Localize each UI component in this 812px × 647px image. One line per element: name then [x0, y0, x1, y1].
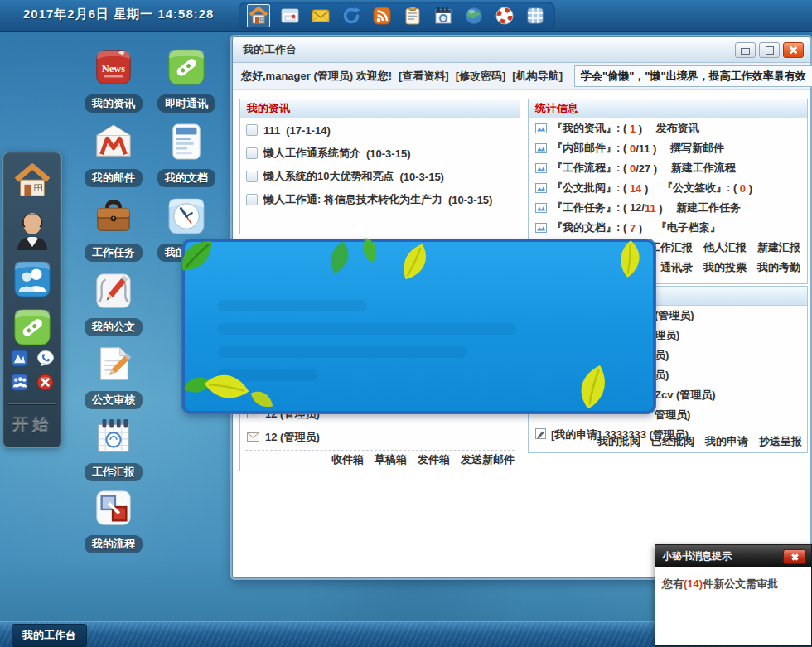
desktop-icon-im[interactable]: 即时通讯 — [152, 48, 221, 113]
stat-text: 『工作任务』: ( 12/ — [552, 200, 645, 215]
news-date: (10-3-15) — [448, 194, 492, 206]
popup-titlebar[interactable]: 小秘书消息提示 — [655, 545, 811, 567]
stat-row: 『公文批阅』: ( 14 ) 『公文签收』: ( 0 ) — [529, 178, 807, 198]
footer-link[interactable]: 收件箱 — [331, 452, 364, 467]
stat-link[interactable]: 新建工作流程 — [671, 161, 736, 176]
refresh-icon[interactable] — [341, 5, 362, 27]
envelope-icon[interactable] — [310, 5, 331, 27]
stat-text: 『工作流程』: ( — [552, 161, 630, 176]
footer-link[interactable]: 我的申请 — [705, 434, 748, 449]
approval-item-text: 员) — [655, 368, 669, 383]
stat-text: ) — [656, 202, 663, 215]
news-item[interactable]: 懒人工作通: 将信息技术转化为生产力 (10-3-15) — [240, 188, 520, 211]
popup-count: (14) — [684, 577, 703, 590]
browser-icon[interactable] — [11, 350, 28, 367]
maximize-button[interactable] — [759, 42, 780, 58]
approval-item-text: Zcv (管理员) — [655, 388, 716, 403]
news-item[interactable]: 懒人系统的10大优势和亮点 (10-3-15) — [240, 165, 520, 188]
news-date: (17-1-14) — [286, 124, 330, 137]
desktop-icon-review[interactable]: 公文审核 — [79, 345, 148, 409]
taskbar-item-workbench[interactable]: 我的工作台 — [12, 624, 87, 647]
help-icon[interactable] — [494, 5, 515, 27]
leaf-icon — [318, 235, 358, 277]
desktop-icon-report[interactable]: 工作汇报 — [79, 417, 148, 481]
notepad-icon[interactable] — [402, 5, 423, 27]
popup-close-button[interactable] — [783, 549, 806, 564]
stat-icon — [535, 163, 547, 173]
checkbox-icon[interactable] — [246, 194, 258, 205]
mail-item[interactable]: 12 (管理员) — [240, 426, 520, 449]
rss-icon[interactable] — [371, 5, 393, 27]
change-password-link[interactable]: [修改密码] — [456, 69, 506, 84]
checkbox-icon[interactable] — [246, 124, 258, 136]
minimize-button[interactable] — [735, 42, 756, 58]
stat-link[interactable]: 新建工作任务 — [676, 200, 741, 215]
stat-link[interactable]: 撰写新邮件 — [670, 141, 724, 156]
mail-window-icon[interactable] — [279, 5, 301, 27]
document-icon — [169, 123, 204, 164]
contacts-icon[interactable] — [3, 260, 61, 298]
news-item[interactable]: 111 (17-1-14) — [240, 118, 520, 142]
stat-row: 『工作任务』: ( 12/11 ) 新建工作任务 — [529, 198, 807, 218]
community-icon[interactable] — [11, 374, 28, 391]
view-profile-link[interactable]: [查看资料] — [399, 69, 449, 84]
stat-text: ) — [746, 182, 752, 195]
footer-link[interactable]: 已经批阅 — [651, 434, 694, 449]
window-titlebar[interactable]: 我的工作台 — [233, 37, 810, 63]
stat-link[interactable]: 通讯录 — [660, 260, 693, 275]
stat-text — [642, 121, 656, 136]
news-panel: 我的资讯 111 (17-1-14)懒人工作通系统简介 (10-3-15)懒人系… — [239, 99, 520, 234]
mail-footer-links: 收件箱草稿箱发件箱发送新邮件 — [245, 450, 515, 469]
checkbox-icon[interactable] — [246, 171, 258, 182]
grid-icon[interactable] — [524, 5, 546, 27]
desktop-icon-news[interactable]: News 我的资讯 — [79, 48, 148, 113]
close-button[interactable] — [783, 42, 804, 58]
news-date: (10-3-15) — [366, 147, 410, 160]
close-icon[interactable] — [36, 374, 54, 391]
home-icon[interactable] — [247, 4, 270, 27]
news-item[interactable]: 懒人工作通系统简介 (10-3-15) — [240, 142, 520, 165]
stat-count: 7 — [630, 222, 636, 234]
stat-link[interactable]: 我的投票 — [703, 260, 747, 275]
welcome-bar: 您好,manager (管理员) 欢迎您! [查看资料] [修改密码] [机构导… — [233, 63, 810, 90]
desktop-icon-tasks[interactable]: 工作任务 — [79, 197, 148, 262]
stat-link[interactable]: 我的考勤 — [757, 260, 800, 275]
news-title: 懒人工作通: 将信息技术转化为生产力 — [263, 192, 442, 207]
stat-count: 0 — [630, 162, 636, 175]
globe-icon[interactable] — [463, 5, 485, 27]
phone-chat-icon[interactable] — [36, 350, 54, 367]
stat-link[interactable]: 新建汇报 — [757, 240, 800, 255]
user-avatar[interactable] — [3, 207, 61, 250]
desktop-icon-mail[interactable]: 我的邮件 — [79, 123, 148, 187]
quick-launch-toolbar — [239, 2, 555, 30]
footer-link[interactable]: 我的批阅 — [597, 434, 640, 449]
footer-link[interactable]: 发件箱 — [418, 452, 450, 467]
footer-link[interactable]: 发送新邮件 — [461, 452, 515, 467]
footer-link[interactable]: 抄送呈报 — [759, 434, 802, 449]
stat-text: ) — [636, 222, 642, 234]
popup-text: 件新公文需审批 — [703, 577, 778, 590]
org-navigation-link[interactable]: [机构导航] — [512, 69, 563, 84]
desktop-icon-flow[interactable]: 我的流程 — [79, 489, 148, 553]
home-icon[interactable] — [3, 162, 61, 200]
promo-overlay-box[interactable] — [182, 239, 655, 413]
apply-footer-links: 我的批阅已经批阅我的申请抄送呈报 — [534, 432, 802, 451]
messenger-icon[interactable] — [3, 308, 61, 346]
checkbox-icon[interactable] — [246, 147, 258, 159]
slogan-text: 学会"偷懒"，"懒"出境界，提高工作效率最有效 — [574, 65, 812, 87]
stat-link[interactable]: 『电子档案』 — [656, 220, 721, 235]
stat-link[interactable]: 发布资讯 — [656, 121, 699, 136]
greeting-text: 您好,manager (管理员) 欢迎您! — [241, 69, 392, 84]
approval-item-text: 理员) — [655, 328, 679, 343]
stat-link[interactable]: 工作汇报 — [650, 240, 693, 255]
stat-link[interactable]: 他人汇报 — [703, 240, 747, 255]
desktop-icon-label: 我的邮件 — [85, 169, 143, 187]
calendar-icon[interactable] — [433, 5, 454, 27]
leaf-icon — [605, 234, 651, 282]
desktop-icon-docs[interactable]: 我的文档 — [152, 123, 221, 187]
footer-link[interactable]: 草稿箱 — [375, 452, 407, 467]
stat-text — [648, 181, 662, 196]
desktop-icon-documents[interactable]: 我的公文 — [79, 272, 148, 336]
start-button[interactable]: 开始 — [3, 414, 61, 436]
desktop-icon-label: 工作汇报 — [85, 463, 143, 481]
